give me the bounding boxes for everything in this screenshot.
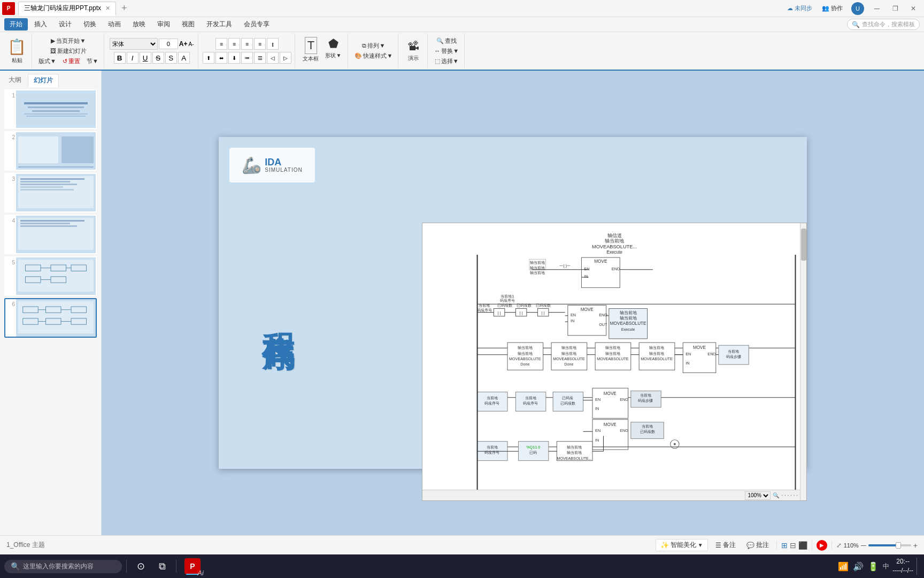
- menu-design[interactable]: 设计: [53, 18, 77, 31]
- font-family-select[interactable]: 宋体: [110, 38, 158, 50]
- svg-text:|  |: | |: [520, 311, 523, 315]
- diagram-vscrollbar[interactable]: [800, 223, 806, 500]
- ai-beautify-btn[interactable]: ✨ 智能美化 ▼: [656, 539, 708, 551]
- cols-btn[interactable]: ⫿: [267, 38, 279, 50]
- section-btn[interactable]: 节▼: [84, 57, 101, 66]
- list-number-btn[interactable]: ☰: [254, 52, 266, 64]
- menu-slideshow[interactable]: 放映: [127, 18, 151, 31]
- menu-insert[interactable]: 插入: [29, 18, 52, 31]
- bold-btn[interactable]: B: [114, 52, 126, 64]
- quick-style-btn[interactable]: 🎨 快速样式▼: [352, 51, 395, 60]
- svg-text:已码: 已码: [529, 451, 537, 455]
- valign-top-btn[interactable]: ⬆: [203, 52, 214, 64]
- align-center-btn[interactable]: ≡: [228, 38, 240, 50]
- menu-start[interactable]: 开始: [4, 18, 28, 31]
- time-display[interactable]: 20:-- ----/--/--: [892, 557, 913, 575]
- battery-icon[interactable]: 🔋: [868, 561, 879, 572]
- arrange-btn[interactable]: ⧉ 排列▼: [360, 41, 387, 50]
- tab-slides[interactable]: 幻灯片: [28, 74, 59, 87]
- slide-thumb-4[interactable]: 4: [4, 215, 97, 254]
- font-size-down-btn[interactable]: A-: [188, 41, 194, 47]
- view-grid-btn[interactable]: ⊟: [790, 541, 796, 550]
- svg-rect-1: [51, 265, 66, 271]
- zoom-out-btn[interactable]: ─: [861, 541, 866, 550]
- diagram-vscrollbar-thumb[interactable]: [801, 229, 806, 261]
- notes-btn[interactable]: ☰ 备注: [712, 539, 739, 551]
- slide-thumb-3[interactable]: 3: [4, 173, 97, 212]
- taskbar-search[interactable]: 🔍 这里输入你要搜索的内容: [4, 560, 122, 573]
- wifi-icon[interactable]: 📶: [838, 561, 849, 572]
- menu-transition[interactable]: 切换: [78, 18, 102, 31]
- collab-button[interactable]: 👥 协作: [818, 3, 847, 13]
- volume-icon[interactable]: 🔊: [853, 561, 864, 572]
- reset-btn[interactable]: ↺ 重置: [60, 57, 82, 66]
- indent-dec-btn[interactable]: ◁: [267, 52, 279, 64]
- italic-btn[interactable]: I: [127, 52, 138, 64]
- paragraph-group: ≡ ≡ ≡ ≡ ⫿ ⬆ ⬌ ⬇ ≔ ☰ ◁ ▷: [199, 34, 295, 68]
- svg-text:码垛序号: 码垛序号: [484, 401, 499, 406]
- svg-text:%Q11.0: %Q11.0: [526, 445, 540, 450]
- view-normal-btn[interactable]: ⊞: [781, 541, 788, 550]
- select-icon: ⬚: [435, 58, 440, 65]
- new-slide-icon: 🖼: [50, 48, 56, 54]
- taskbar-taskview-btn[interactable]: ⧉: [152, 557, 172, 576]
- avatar[interactable]: U: [851, 2, 864, 15]
- paste-btn[interactable]: 📋 粘贴: [5, 37, 28, 65]
- taskbar-search-btn[interactable]: ⊙: [131, 557, 150, 576]
- slide-thumb-6[interactable]: 6: [4, 298, 97, 338]
- zoom-slider[interactable]: [868, 544, 911, 546]
- new-slide-btn[interactable]: 🖼 新建幻灯片: [48, 47, 89, 56]
- document-tab[interactable]: 三轴龙门码垛应用PPT.pptx ✕: [18, 2, 116, 16]
- present-status-btn[interactable]: ▶: [817, 540, 827, 551]
- menu-view[interactable]: 视图: [176, 18, 200, 31]
- select-btn[interactable]: ⬚ 选择▼: [433, 57, 461, 66]
- font-size-up-btn[interactable]: A+: [179, 40, 188, 48]
- svg-text:当前地: 当前地: [487, 445, 498, 450]
- svg-text:轴当前地: 轴当前地: [605, 352, 620, 356]
- indent-inc-btn[interactable]: ▷: [280, 52, 291, 64]
- present-btn[interactable]: 📽 演示: [404, 39, 423, 63]
- replace-btn[interactable]: ↔ 替换▼: [432, 47, 461, 56]
- justify-btn[interactable]: ≡: [254, 38, 266, 50]
- layout-btn[interactable]: 版式▼: [36, 57, 58, 66]
- align-left-btn[interactable]: ≡: [215, 38, 227, 50]
- zoom-in-btn[interactable]: +: [913, 541, 918, 550]
- robot-icon: 🦾: [242, 156, 261, 174]
- text-shadow-btn[interactable]: S: [165, 52, 177, 64]
- vertical-text: 程序代码: [256, 308, 299, 317]
- close-btn[interactable]: ✕: [905, 1, 922, 16]
- underline-btn[interactable]: U: [140, 52, 151, 64]
- search-box[interactable]: 🔍 查找命令，搜索模板: [847, 19, 920, 30]
- sync-button[interactable]: ☁ 未同步: [783, 3, 817, 13]
- tab-outline[interactable]: 大纲: [3, 74, 27, 87]
- valign-bot-btn[interactable]: ⬇: [228, 52, 240, 64]
- slide-thumb-2[interactable]: 2: [4, 131, 97, 171]
- slide-view-btn[interactable]: ▶ 当页开始▼: [49, 36, 88, 45]
- slide-thumb-5[interactable]: 5: [4, 256, 97, 296]
- zoom-select[interactable]: 100% 75% 150%: [745, 491, 771, 500]
- logo-sub: SIMULATION: [265, 167, 302, 173]
- comment-btn[interactable]: 💬 批注: [743, 539, 772, 551]
- menu-animation[interactable]: 动画: [103, 18, 126, 31]
- find-btn[interactable]: 🔍 查找: [434, 36, 459, 45]
- minimize-btn[interactable]: ─: [868, 1, 886, 16]
- slide-thumb-1[interactable]: 1: [4, 89, 97, 129]
- menu-dev[interactable]: 开发工具: [201, 18, 237, 31]
- font-size-input[interactable]: [159, 39, 178, 49]
- textbox-btn[interactable]: T 文本框: [301, 36, 321, 64]
- input-icon[interactable]: 中: [883, 562, 889, 571]
- textbox-group: T 文本框 ⬟ 形状▼: [296, 34, 348, 68]
- tab-close-icon[interactable]: ✕: [105, 5, 110, 12]
- list-bullet-btn[interactable]: ≔: [241, 52, 253, 64]
- new-tab-btn[interactable]: +: [118, 3, 130, 14]
- view-reading-btn[interactable]: ⬛: [798, 541, 807, 550]
- valign-mid-btn[interactable]: ⬌: [215, 52, 227, 64]
- align-right-btn[interactable]: ≡: [241, 38, 253, 50]
- strikethrough-btn[interactable]: S: [152, 52, 164, 64]
- restore-btn[interactable]: ❐: [887, 1, 904, 16]
- menu-review[interactable]: 审阅: [152, 18, 175, 31]
- show-desktop-btn[interactable]: [917, 558, 920, 575]
- shapes-btn[interactable]: ⬟ 形状▼: [323, 36, 343, 60]
- font-color-btn[interactable]: A: [178, 52, 190, 64]
- menu-member[interactable]: 会员专享: [238, 18, 275, 31]
